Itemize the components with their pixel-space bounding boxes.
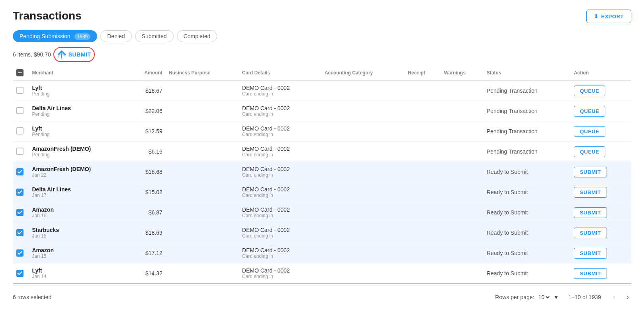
merchant-cell: LyftPending xyxy=(29,121,129,142)
prev-page-button[interactable]: ‹ xyxy=(611,292,618,302)
action-button[interactable]: SUBMIT xyxy=(574,187,607,198)
tab-completed-label: Completed xyxy=(184,33,211,39)
receipt-cell xyxy=(405,142,441,162)
col-business-purpose: Business Purpose xyxy=(166,65,239,81)
row-checkbox-cell xyxy=(13,263,29,284)
merchant-name: AmazonFresh (DEMO) xyxy=(32,166,125,172)
card-details-cell: DEMO Card - 0002Card ending in xyxy=(239,101,321,121)
row-checkbox-cell xyxy=(13,81,29,101)
action-button[interactable]: SUBMIT xyxy=(574,228,607,238)
row-checkbox[interactable] xyxy=(16,87,23,94)
action-button[interactable]: SUBMIT xyxy=(574,167,607,177)
merchant-sub: Pending xyxy=(32,132,125,137)
warnings-cell xyxy=(441,121,483,142)
rows-per-page-select[interactable]: 10 25 50 xyxy=(536,294,551,301)
card-details-cell: DEMO Card - 0002Card ending in xyxy=(239,263,321,284)
col-card-details: Card Details xyxy=(239,65,321,81)
svg-marker-0 xyxy=(58,52,65,58)
status-cell: Ready to Submit xyxy=(483,243,571,263)
table-row: LyftJan 14$14.32DEMO Card - 0002Card end… xyxy=(13,263,631,284)
rows-per-page-label: Rows per page: xyxy=(495,294,534,300)
action-cell: SUBMIT xyxy=(571,162,631,182)
card-details-cell: DEMO Card - 0002Card ending in xyxy=(239,223,321,243)
business-purpose-cell xyxy=(166,223,239,243)
business-purpose-cell xyxy=(166,81,239,101)
action-button[interactable]: QUEUE xyxy=(574,106,605,117)
card-details-cell: DEMO Card - 0002Card ending in xyxy=(239,202,321,223)
amount-cell: $18.68 xyxy=(128,162,166,182)
action-button[interactable]: QUEUE xyxy=(574,146,605,157)
warnings-cell xyxy=(441,162,483,182)
status-badge: Pending Transaction xyxy=(487,88,538,94)
merchant-cell: AmazonJan 15 xyxy=(29,243,129,263)
action-button[interactable]: QUEUE xyxy=(574,86,605,96)
warnings-cell xyxy=(441,101,483,121)
row-checkbox[interactable] xyxy=(16,127,23,134)
rows-per-page-chevron: ▼ xyxy=(553,294,559,300)
status-cell: Pending Transaction xyxy=(483,121,571,142)
merchant-sub: Pending xyxy=(32,111,125,117)
table-body: LyftPending$18.67DEMO Card - 0002Card en… xyxy=(13,81,631,284)
select-all-checkbox[interactable] xyxy=(16,69,23,76)
status-cell: Ready to Submit xyxy=(483,263,571,284)
status-badge: Ready to Submit xyxy=(487,209,528,216)
col-merchant: Merchant xyxy=(29,65,129,81)
status-badge: Ready to Submit xyxy=(487,270,528,276)
merchant-sub: Jan 15 xyxy=(32,253,125,259)
action-button[interactable]: SUBMIT xyxy=(574,207,607,218)
tab-denied[interactable]: Denied xyxy=(100,30,131,42)
merchant-name: Lyft xyxy=(32,125,125,132)
tab-pending-badge: 1939 xyxy=(74,33,91,40)
business-purpose-cell xyxy=(166,162,239,182)
card-details-cell: DEMO Card - 0002Card ending in xyxy=(239,142,321,162)
action-cell: QUEUE xyxy=(571,101,631,121)
business-purpose-cell xyxy=(166,243,239,263)
tab-bar: Pending Submission 1939 Denied Submitted… xyxy=(13,30,631,42)
accounting-category-cell xyxy=(321,162,405,182)
table-row: Delta Air LinesPending$22.06DEMO Card - … xyxy=(13,101,631,121)
row-checkbox[interactable] xyxy=(16,168,23,175)
export-button[interactable]: ⬇ EXPORT xyxy=(586,10,631,23)
tab-submitted-label: Submitted xyxy=(142,33,167,39)
merchant-cell: AmazonJan 16 xyxy=(29,202,129,223)
action-button[interactable]: SUBMIT xyxy=(574,248,607,259)
card-main: DEMO Card - 0002 xyxy=(242,125,318,132)
tab-denied-label: Denied xyxy=(107,33,125,39)
card-details-cell: DEMO Card - 0002Card ending in xyxy=(239,182,321,202)
warnings-cell xyxy=(441,263,483,284)
business-purpose-cell xyxy=(166,142,239,162)
row-checkbox[interactable] xyxy=(16,209,23,216)
row-checkbox[interactable] xyxy=(16,189,23,196)
card-main: DEMO Card - 0002 xyxy=(242,105,318,111)
card-sub: Card ending in xyxy=(242,91,318,97)
merchant-sub: Jan 22 xyxy=(32,172,125,178)
col-status: Status xyxy=(483,65,571,81)
tab-completed[interactable]: Completed xyxy=(177,30,217,42)
table-row: Delta Air LinesJan 17$15.02DEMO Card - 0… xyxy=(13,182,631,202)
row-checkbox[interactable] xyxy=(16,249,23,257)
status-cell: Pending Transaction xyxy=(483,101,571,121)
merchant-sub: Jan 16 xyxy=(32,213,125,218)
table-row: AmazonJan 15$17.12DEMO Card - 0002Card e… xyxy=(13,243,631,263)
row-checkbox[interactable] xyxy=(16,107,23,114)
merchant-sub: Pending xyxy=(32,152,125,158)
amount-cell: $6.16 xyxy=(128,142,166,162)
row-checkbox[interactable] xyxy=(16,229,23,236)
row-checkbox[interactable] xyxy=(16,270,23,277)
row-checkbox[interactable] xyxy=(16,148,23,155)
action-button[interactable]: QUEUE xyxy=(574,126,605,137)
table-row: AmazonJan 16$6.87DEMO Card - 0002Card en… xyxy=(13,202,631,223)
page-title: Transactions xyxy=(13,10,631,22)
tab-pending[interactable]: Pending Submission 1939 xyxy=(13,30,97,42)
tab-submitted[interactable]: Submitted xyxy=(135,30,174,42)
pagination: Rows per page: 10 25 50 ▼ 1–10 of 1939 ‹… xyxy=(495,292,631,302)
action-button[interactable]: SUBMIT xyxy=(574,268,607,279)
submit-button[interactable]: SUBMIT xyxy=(57,50,91,59)
card-details-cell: DEMO Card - 0002Card ending in xyxy=(239,81,321,101)
status-cell: Ready to Submit xyxy=(483,162,571,182)
business-purpose-cell xyxy=(166,202,239,223)
merchant-sub: Pending xyxy=(32,91,125,97)
summary-row: 6 items, $90.70 SUBMIT xyxy=(13,50,631,59)
next-page-button[interactable]: › xyxy=(624,292,631,302)
receipt-cell xyxy=(405,182,441,202)
